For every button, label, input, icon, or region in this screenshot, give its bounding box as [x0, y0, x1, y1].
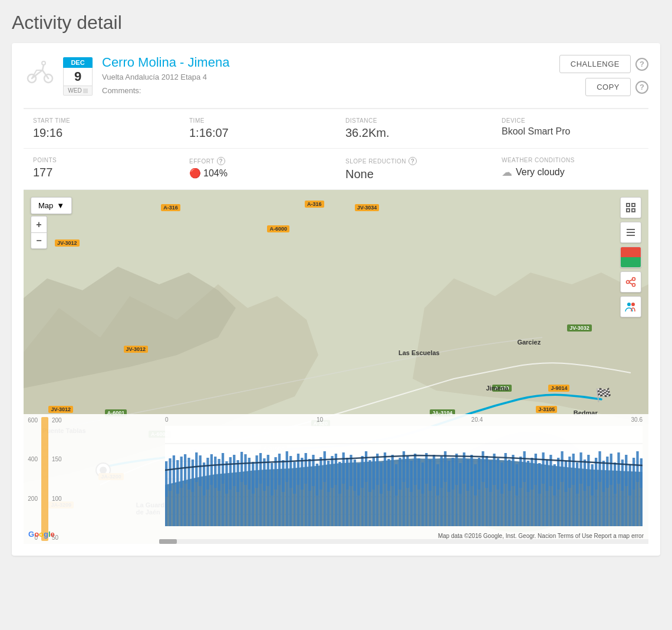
- svg-rect-215: [365, 451, 367, 526]
- y-right-150: 150: [52, 456, 68, 462]
- chart-scrollbar[interactable]: [159, 539, 648, 544]
- svg-rect-232: [429, 460, 431, 526]
- svg-rect-245: [478, 458, 480, 526]
- svg-rect-243: [470, 455, 473, 526]
- activity-comments: Comments:: [102, 86, 559, 95]
- map-type-label: Map: [38, 201, 53, 210]
- svg-rect-223: [395, 464, 397, 526]
- google-logo: Google: [28, 530, 55, 539]
- slope-value: None: [345, 168, 483, 181]
- map-container[interactable]: 🚴 🏁 JV-3012 JV-3034 A-316 A-316 A-6000 J…: [24, 190, 648, 544]
- x-label-30: 30.6: [631, 416, 643, 423]
- points-value: 177: [33, 166, 170, 179]
- svg-point-27: [627, 303, 631, 306]
- svg-rect-265: [554, 464, 556, 526]
- svg-rect-176: [218, 459, 220, 526]
- svg-rect-234: [436, 464, 439, 526]
- svg-rect-206: [331, 456, 333, 526]
- svg-rect-195: [289, 456, 292, 526]
- copy-help-icon[interactable]: ?: [635, 81, 648, 94]
- svg-rect-233: [433, 455, 435, 526]
- distance-value: 36.2Km.: [345, 126, 483, 140]
- svg-rect-238: [452, 458, 454, 526]
- activity-info: Cerro Molina - Jimena Vuelta Andalucía 2…: [102, 55, 559, 95]
- svg-rect-263: [546, 460, 548, 526]
- chart-overlay: 0 10 20.4 30.6: [159, 414, 648, 544]
- people-button[interactable]: [620, 296, 641, 317]
- color-button[interactable]: [620, 247, 641, 268]
- chart-scroll-thumb[interactable]: [159, 539, 177, 544]
- google-watermark: Google: [28, 529, 55, 539]
- svg-rect-227: [410, 461, 413, 526]
- svg-rect-256: [519, 457, 522, 526]
- map-type-button[interactable]: Map ▼: [31, 197, 72, 214]
- svg-rect-209: [342, 452, 345, 526]
- zoom-in-button[interactable]: +: [31, 216, 47, 232]
- svg-rect-283: [621, 460, 624, 526]
- svg-rect-228: [414, 454, 416, 526]
- svg-rect-230: [421, 462, 424, 526]
- svg-rect-205: [327, 461, 330, 526]
- svg-rect-183: [244, 454, 246, 526]
- svg-rect-17: [627, 209, 630, 212]
- svg-rect-213: [357, 464, 360, 526]
- copy-button[interactable]: COPY: [585, 78, 631, 96]
- comments-label: Comments:: [102, 86, 141, 95]
- activity-icon: [24, 55, 56, 87]
- svg-rect-16: [632, 204, 635, 206]
- page-title: Activity detail: [12, 12, 660, 34]
- people-icon: [625, 301, 637, 312]
- slope-label: SLOPE REDUCTION ?: [345, 157, 483, 165]
- distance-label: DISTANCE: [345, 117, 483, 124]
- elevation-y-left: 600 400 200 0: [24, 414, 40, 544]
- svg-point-22: [633, 278, 635, 281]
- svg-rect-280: [610, 454, 612, 526]
- svg-rect-193: [282, 460, 284, 526]
- copy-row: COPY ?: [585, 78, 648, 96]
- map-type-selector[interactable]: Map ▼: [31, 197, 72, 214]
- chart-inner: [159, 423, 648, 526]
- svg-rect-190: [271, 463, 273, 526]
- svg-rect-250: [497, 458, 499, 526]
- svg-rect-207: [335, 454, 337, 526]
- y-left-200: 200: [26, 496, 38, 502]
- list-button[interactable]: [620, 222, 641, 243]
- svg-rect-162: [165, 461, 167, 526]
- slope-help-icon[interactable]: ?: [409, 157, 417, 165]
- svg-rect-264: [549, 455, 552, 526]
- svg-rect-235: [440, 457, 443, 526]
- fullscreen-button[interactable]: [620, 197, 641, 218]
- device-label: DEVICE: [502, 117, 639, 124]
- share-icon: [625, 277, 636, 287]
- zoom-out-button[interactable]: −: [31, 232, 47, 249]
- effort-warning-icon: 🔴: [189, 168, 201, 179]
- map-credit: Map data ©2016 Google, Inst. Geogr. Naci…: [438, 533, 644, 539]
- svg-rect-197: [297, 454, 299, 526]
- svg-rect-15: [627, 204, 630, 206]
- start-time-value: 19:16: [33, 126, 170, 140]
- svg-rect-275: [591, 464, 594, 526]
- share-button[interactable]: [620, 271, 641, 293]
- svg-rect-212: [354, 460, 356, 526]
- svg-rect-210: [346, 458, 348, 526]
- svg-rect-208: [338, 462, 341, 526]
- svg-rect-270: [572, 454, 575, 526]
- challenge-button[interactable]: CHALLENGE: [559, 55, 631, 73]
- map-zoom-controls: + −: [31, 216, 47, 249]
- svg-rect-244: [474, 464, 476, 526]
- svg-rect-253: [508, 460, 510, 526]
- svg-rect-266: [557, 458, 559, 526]
- svg-rect-199: [305, 453, 307, 526]
- svg-rect-240: [459, 463, 462, 526]
- svg-rect-248: [489, 461, 492, 526]
- svg-rect-274: [587, 455, 589, 526]
- svg-rect-184: [248, 458, 251, 526]
- svg-rect-214: [361, 456, 364, 526]
- effort-help-icon[interactable]: ?: [217, 157, 225, 165]
- svg-rect-255: [516, 464, 518, 526]
- stat-time: TIME 1:16:07: [180, 109, 336, 148]
- svg-rect-247: [486, 456, 488, 526]
- elevation-panel: 600 400 200 0 200 150 100 50: [24, 414, 159, 544]
- svg-rect-186: [255, 455, 258, 526]
- challenge-help-icon[interactable]: ?: [635, 58, 648, 71]
